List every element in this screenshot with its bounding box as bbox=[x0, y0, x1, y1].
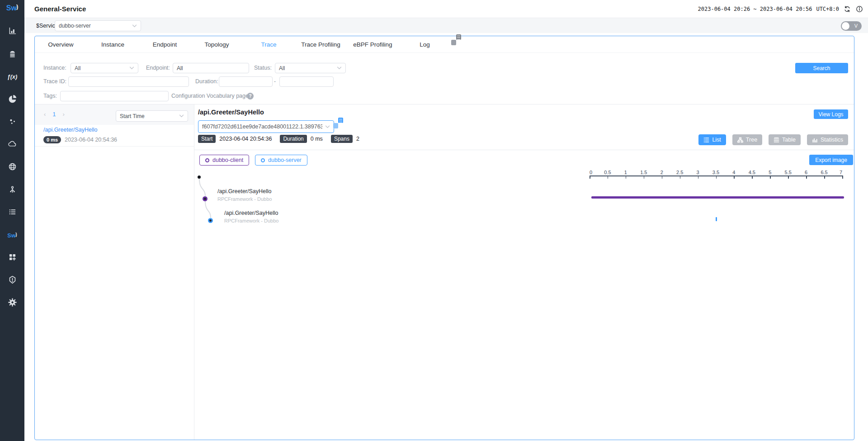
span-endpoint: /api.Greeter/SayHello bbox=[217, 188, 272, 194]
sidebar-item-service-mesh[interactable] bbox=[7, 49, 18, 60]
ruler-tick-mark bbox=[590, 175, 590, 179]
main-panel: Overview Instance Endpoint Topology Trac… bbox=[34, 36, 854, 440]
sidebar-item-settings[interactable] bbox=[7, 298, 18, 308]
status-select[interactable]: All bbox=[275, 63, 346, 73]
skywalking-trace-page: Sw) ƒ(x) Sw) General-Service 2023-06-04 … bbox=[0, 0, 868, 441]
toggle-knob bbox=[842, 22, 849, 30]
sidebar-item-dashboards[interactable] bbox=[7, 252, 18, 263]
chevron-down-icon bbox=[179, 114, 184, 118]
sidebar-item-list[interactable] bbox=[7, 207, 18, 218]
list-detail-divider bbox=[194, 104, 194, 440]
next-page-arrow[interactable]: › bbox=[63, 111, 65, 118]
sidebar-item-infrastructure[interactable] bbox=[7, 139, 18, 150]
cloud-icon bbox=[8, 139, 17, 151]
refresh-icon[interactable] bbox=[843, 5, 851, 13]
sidebar-item-browser[interactable] bbox=[7, 94, 18, 105]
span-row-server[interactable]: /api.Greeter/SayHello RPCFramework - Dub… bbox=[224, 210, 278, 223]
service-select[interactable]: dubbo-server bbox=[55, 20, 141, 31]
duration-label: Duration: bbox=[195, 76, 218, 87]
circle-icon bbox=[261, 158, 265, 162]
trace-item-endpoint[interactable]: /api.Greeter/SayHello bbox=[43, 127, 98, 133]
help-icon[interactable]: ? bbox=[247, 93, 254, 100]
sidebar-item-k8s[interactable] bbox=[7, 117, 18, 128]
status-select-value: All bbox=[279, 65, 285, 71]
tab-instance[interactable]: Instance bbox=[87, 41, 139, 48]
trace-item-duration-badge: 0 ms bbox=[43, 136, 61, 143]
sort-select[interactable]: Start Time bbox=[116, 110, 188, 122]
pie-chart-icon bbox=[8, 94, 17, 105]
info-icon[interactable] bbox=[855, 5, 863, 13]
top-bar: General-Service 2023-06-04 20:26 ~ 2023-… bbox=[24, 0, 868, 18]
tags-label: Tags: bbox=[43, 91, 57, 101]
server-icon bbox=[8, 49, 17, 60]
trace-id-label: Trace ID: bbox=[43, 76, 66, 87]
time-range[interactable]: 2023-06-04 20:26 ~ 2023-06-04 20:56 bbox=[698, 6, 812, 12]
duration-min-input[interactable] bbox=[219, 76, 273, 87]
trace-list-item[interactable]: /api.Greeter/SayHello 0 ms 2023-06-04 20… bbox=[35, 125, 194, 147]
trace-meta-row: Start 2023-06-04 20:54:36 Duration 0 ms … bbox=[198, 135, 368, 143]
span-row-client[interactable]: /api.Greeter/SayHello RPCFramework - Dub… bbox=[217, 188, 272, 202]
circle-icon bbox=[205, 158, 209, 162]
instance-label: Instance: bbox=[43, 63, 66, 73]
sidebar-item-gateway[interactable] bbox=[7, 162, 18, 173]
span-duration-bar-client[interactable] bbox=[591, 196, 844, 199]
logo-text: Sw bbox=[6, 4, 17, 12]
chevron-down-icon bbox=[325, 125, 330, 128]
span-component: RPCFramework - Dubbo bbox=[224, 218, 278, 223]
tab-log[interactable]: Log bbox=[399, 41, 451, 48]
span-node-dot-client[interactable] bbox=[203, 196, 208, 201]
endpoint-input[interactable] bbox=[173, 63, 249, 73]
instance-select-value: All bbox=[75, 65, 80, 71]
spans-value: 2 bbox=[356, 136, 359, 142]
duration-value: 0 ms bbox=[311, 136, 323, 142]
span-node-dot-server[interactable] bbox=[208, 218, 213, 223]
trace-id-input[interactable] bbox=[68, 76, 189, 87]
sort-select-value: Start Time bbox=[120, 113, 145, 119]
span-component: RPCFramework - Dubbo bbox=[217, 196, 272, 202]
globe-icon bbox=[8, 162, 17, 173]
skywalking-text-icon: Sw) bbox=[7, 232, 17, 239]
tab-topology[interactable]: Topology bbox=[191, 41, 243, 48]
duration-badge: Duration bbox=[280, 135, 307, 143]
copy-dashboard-icon[interactable] bbox=[456, 40, 465, 49]
sidebar-item-skywalking[interactable]: Sw) bbox=[7, 230, 18, 241]
tab-overview[interactable]: Overview bbox=[35, 41, 87, 48]
sidebar-item-self-observability[interactable] bbox=[7, 185, 18, 195]
duration-separator: - bbox=[274, 76, 276, 87]
chevron-down-icon bbox=[132, 24, 137, 28]
duration-max-input[interactable] bbox=[279, 76, 334, 87]
sidebar-item-alerts[interactable] bbox=[7, 275, 18, 286]
page-title: General-Service bbox=[34, 0, 86, 18]
grid-plus-icon bbox=[8, 252, 17, 264]
legend-dubbo-server[interactable]: dubbo-server bbox=[255, 155, 307, 166]
gear-icon bbox=[8, 298, 17, 309]
legend-dubbo-client[interactable]: dubbo-client bbox=[199, 155, 249, 166]
sidebar-item-general-service[interactable] bbox=[7, 26, 18, 37]
pagination: ‹ 1 › bbox=[44, 111, 65, 118]
trace-id-value: f607fd7202d611ee9de7acde48001122.1.38976… bbox=[202, 123, 322, 130]
start-badge: Start bbox=[198, 135, 216, 143]
service-bar: $Service dubbo-server V bbox=[24, 18, 868, 33]
prev-page-arrow[interactable]: ‹ bbox=[44, 111, 46, 118]
instance-select[interactable]: All bbox=[71, 63, 138, 73]
version-toggle[interactable]: V bbox=[841, 21, 862, 31]
span-duration-bar-server[interactable] bbox=[716, 217, 717, 221]
page-number[interactable]: 1 bbox=[52, 111, 56, 118]
tab-trace-profiling[interactable]: Trace Profiling bbox=[295, 41, 347, 48]
chevron-down-icon bbox=[129, 66, 134, 70]
tab-ebpf-profiling[interactable]: eBPF Profiling bbox=[347, 41, 399, 48]
tab-endpoint[interactable]: Endpoint bbox=[139, 41, 191, 48]
vocabulary-link[interactable]: Configuration Vocabulary page bbox=[171, 91, 249, 101]
sidebar-item-functions[interactable]: ƒ(x) bbox=[7, 71, 18, 82]
trace-item-start-time: 2023-06-04 20:54:36 bbox=[65, 137, 117, 143]
service-select-value: dubbo-server bbox=[59, 23, 91, 29]
topbar-controls: 2023-06-04 20:26 ~ 2023-06-04 20:56 UTC+… bbox=[698, 0, 863, 18]
tab-trace[interactable]: Trace bbox=[243, 41, 295, 48]
endpoint-label: Endpoint: bbox=[146, 63, 170, 73]
chevron-down-icon bbox=[337, 66, 342, 70]
status-label: Status: bbox=[254, 63, 272, 73]
trace-id-select[interactable]: f607fd7202d611ee9de7acde48001122.1.38976… bbox=[198, 120, 334, 133]
skywalking-logo[interactable]: Sw) bbox=[0, 3, 24, 12]
timezone[interactable]: UTC+8:0 bbox=[816, 6, 839, 12]
tags-input[interactable] bbox=[60, 91, 169, 101]
